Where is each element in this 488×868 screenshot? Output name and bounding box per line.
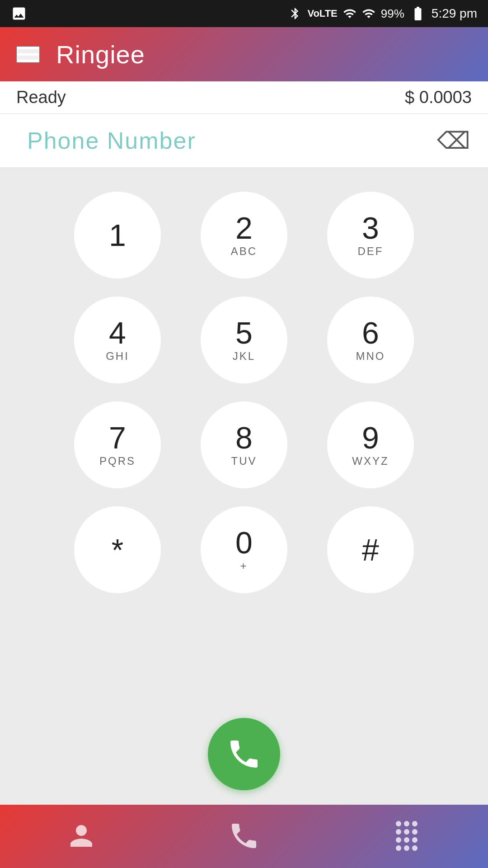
bottom-navigation [0, 805, 488, 868]
dial-button-4[interactable]: 4GHI [72, 295, 163, 385]
dialpad-row-0: 12ABC3DEF [72, 190, 416, 280]
backspace-icon: ⌫ [437, 129, 470, 152]
dialpad-row-2: 7PQRS8TUV9WXYZ [72, 400, 416, 490]
nav-dialpad-button[interactable] [381, 811, 432, 863]
phone-input-row: Phone Number ⌫ [0, 114, 488, 168]
status-row: Ready $ 0.0003 [0, 81, 488, 114]
digit-8: 8 [235, 422, 253, 453]
ready-status: Ready [16, 88, 66, 107]
phone-nav-icon [228, 820, 260, 854]
nav-phone-button[interactable] [219, 811, 269, 863]
dial-button-0[interactable]: 0+ [199, 505, 289, 595]
time-display: 5:29 pm [432, 6, 477, 21]
dial-button-#[interactable]: # [325, 505, 416, 595]
volte-icon: VoLTE [307, 8, 337, 19]
digit-3: 3 [362, 212, 379, 243]
digit-*: * [112, 534, 123, 565]
letters-3: DEF [358, 245, 384, 258]
dial-button-8[interactable]: 8TUV [199, 400, 289, 490]
letters-6: MNO [356, 350, 385, 363]
bluetooth-icon [288, 7, 302, 20]
hamburger-line-1 [17, 47, 39, 49]
dialpad-nav-icon [390, 820, 423, 854]
digit-6: 6 [362, 317, 379, 348]
dial-button-7[interactable]: 7PQRS [72, 400, 163, 490]
dial-button-*[interactable]: * [72, 505, 163, 595]
call-button[interactable] [208, 718, 280, 790]
letters-8: TUV [231, 455, 257, 467]
app-title: Ringiee [56, 40, 145, 69]
contacts-icon [65, 820, 98, 854]
dial-button-1[interactable]: 1 [72, 190, 163, 280]
wifi-icon [343, 7, 357, 20]
call-icon [226, 736, 262, 772]
call-button-row [0, 709, 488, 805]
battery-icon [410, 5, 426, 22]
dial-button-2[interactable]: 2ABC [199, 190, 289, 280]
letters-7: PQRS [99, 455, 136, 467]
balance-display: $ 0.0003 [405, 88, 472, 107]
letters-0: + [240, 560, 248, 572]
digit-2: 2 [235, 212, 253, 243]
photo-icon [11, 5, 27, 22]
hamburger-line-3 [17, 60, 39, 62]
digit-1: 1 [109, 220, 126, 250]
digit-5: 5 [235, 317, 253, 348]
dialpad-row-3: *0+# [72, 505, 416, 595]
dialpad-row-1: 4GHI5JKL6MNO [72, 295, 416, 385]
letters-4: GHI [106, 350, 129, 363]
digit-9: 9 [362, 422, 379, 453]
letters-5: JKL [233, 350, 255, 363]
backspace-button[interactable]: ⌫ [436, 127, 472, 154]
battery-text: 99% [381, 7, 404, 21]
status-left [11, 5, 27, 22]
dial-button-6[interactable]: 6MNO [325, 295, 416, 385]
digit-7: 7 [109, 422, 126, 453]
signal-icon [362, 7, 375, 20]
phone-number-display: Phone Number [27, 127, 436, 154]
dialpad-area: 12ABC3DEF4GHI5JKL6MNO7PQRS8TUV9WXYZ*0+# [0, 168, 488, 709]
menu-button[interactable] [16, 46, 40, 63]
dial-button-9[interactable]: 9WXYZ [325, 400, 416, 490]
status-bar: VoLTE 99% 5:29 pm [0, 0, 488, 27]
digit-#: # [362, 534, 379, 565]
digit-4: 4 [109, 317, 126, 348]
hamburger-line-2 [17, 53, 39, 56]
dial-button-5[interactable]: 5JKL [199, 295, 289, 385]
app-header: Ringiee [0, 27, 488, 81]
letters-9: WXYZ [352, 455, 389, 467]
nav-contacts-button[interactable] [56, 811, 107, 863]
letters-2: ABC [231, 245, 257, 258]
dial-button-3[interactable]: 3DEF [325, 190, 416, 280]
status-right: VoLTE 99% 5:29 pm [288, 5, 477, 22]
digit-0: 0 [235, 527, 253, 558]
